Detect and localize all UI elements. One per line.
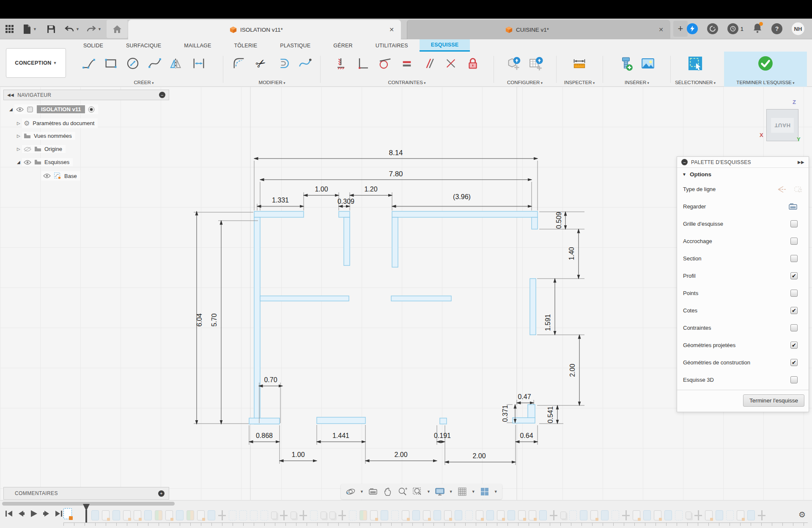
dim-7-80[interactable]: 7.80 (389, 170, 403, 178)
visibility-off-eye-icon[interactable] (24, 147, 31, 152)
timeline-feature-sketch[interactable] (518, 510, 526, 520)
timeline-feature-move[interactable] (218, 510, 226, 520)
dim-0-509[interactable]: 0.509 (555, 212, 562, 229)
timeline-feature-sketch[interactable] (423, 510, 431, 520)
group-label-inserer[interactable]: INSÉRER (606, 80, 668, 85)
timeline-feature-sketch[interactable] (705, 510, 713, 520)
timeline-feature-body[interactable] (664, 510, 672, 520)
timeline-feature-move[interactable] (758, 510, 765, 520)
notifications-button[interactable] (753, 23, 762, 35)
timeline-feature-select[interactable] (612, 510, 619, 520)
visibility-eye-icon[interactable] (43, 173, 51, 178)
timeline-feature-copy[interactable] (291, 512, 296, 519)
timeline-feature-pages[interactable] (155, 510, 162, 520)
configure-table-button[interactable] (526, 54, 546, 73)
dim-2-00-right[interactable]: 2.00 (569, 364, 576, 377)
spline-tool-button[interactable] (145, 54, 165, 73)
lock-constraint-button[interactable] (463, 54, 483, 73)
group-label-creer[interactable]: CRÉER (69, 80, 219, 85)
timeline-feature-body[interactable] (601, 510, 609, 520)
zoom-button[interactable] (397, 486, 408, 497)
viewcube-face-label[interactable]: HAUT (771, 118, 794, 133)
dim-1-00-top[interactable]: 1.00 (315, 186, 328, 193)
tree-item-label[interactable]: Paramètres du document (33, 120, 94, 126)
group-label-inspecter[interactable]: INSPECTER (558, 80, 601, 85)
collapse-palette-icon[interactable]: − (681, 159, 688, 165)
timeline-feature-body[interactable] (508, 510, 515, 520)
finish-sketch-button[interactable] (756, 54, 775, 73)
timeline-feature-move[interactable] (338, 510, 346, 520)
tab-maillage[interactable]: MAILLAGE (173, 39, 222, 52)
dim-3-96[interactable]: (3.96) (453, 193, 471, 200)
group-label-selectionner[interactable]: SÉLECTIONNER (672, 80, 719, 85)
timeline-feature-pages[interactable] (187, 510, 194, 520)
tree-item-label[interactable]: Vues nommées (34, 133, 72, 139)
timeline-feature-sketch[interactable] (476, 510, 483, 520)
step-back-button[interactable] (17, 510, 26, 517)
timeline-feature-sketch[interactable] (633, 510, 640, 520)
expand-comments-icon[interactable]: + (158, 490, 165, 497)
dim-0-541[interactable]: 0.541 (547, 406, 554, 423)
grid-settings-caret[interactable]: ▼ (472, 490, 475, 494)
timeline-feature-select[interactable] (229, 510, 236, 520)
file-menu-button[interactable]: ▼ (23, 22, 37, 36)
dimension-tool-button[interactable] (189, 54, 208, 73)
group-label-terminer[interactable]: TERMINER L'ESQUISSE (724, 80, 807, 85)
dim-1-591[interactable]: 1.591 (544, 314, 551, 331)
snap-checkbox[interactable] (790, 238, 798, 245)
tab-esquisse[interactable]: ESQUISSE (420, 39, 470, 52)
timeline-feature-sketch[interactable] (737, 510, 744, 520)
profil-checkbox[interactable] (790, 272, 798, 279)
display-settings-caret[interactable]: ▼ (449, 490, 453, 494)
circle-tool-button[interactable] (123, 54, 143, 73)
look-at-button[interactable] (368, 486, 379, 497)
timeline-feature-sketch[interactable] (165, 510, 173, 520)
visibility-eye-icon[interactable] (24, 160, 31, 165)
timeline-marker[interactable] (83, 504, 90, 523)
job-status-icon[interactable] (707, 23, 718, 34)
sketch3d-checkbox[interactable] (790, 376, 798, 383)
select-tool-button[interactable] (686, 54, 705, 73)
timeline-feature-select[interactable] (239, 510, 247, 520)
skip-end-button[interactable] (54, 510, 63, 517)
orbit-caret[interactable]: ▼ (360, 490, 364, 494)
cotes-checkbox[interactable] (790, 307, 798, 314)
dim-0-47[interactable]: 0.47 (518, 393, 531, 400)
timeline-feature-body[interactable] (580, 510, 587, 520)
timeline-feature-move[interactable] (622, 510, 630, 520)
collapsed-arrow-icon[interactable]: ▷ (17, 134, 22, 138)
timeline-feature-sketch[interactable] (370, 510, 378, 520)
tree-item-base-sketch[interactable]: Base (41, 171, 80, 181)
points-checkbox[interactable] (790, 290, 798, 297)
tree-item-label[interactable]: Origine (44, 146, 62, 152)
offset-tool-button[interactable] (273, 54, 293, 73)
dim-0-70[interactable]: 0.70 (264, 376, 277, 383)
perpendicular-constraint-button[interactable] (353, 54, 373, 73)
orbit-button[interactable] (345, 486, 356, 497)
group-label-modifier[interactable]: MODIFIER (225, 80, 319, 85)
measure-tool-button[interactable] (570, 54, 589, 73)
dim-2-00-bottom-right[interactable]: 2.00 (472, 452, 486, 460)
construction-line-icon[interactable] (793, 185, 803, 194)
edit-spline-button[interactable] (295, 54, 315, 73)
group-label-contraintes[interactable]: CONTRAINTES (322, 80, 491, 85)
timeline-active-sketch[interactable] (63, 508, 73, 520)
timeline-feature-copy[interactable] (321, 512, 326, 519)
insert-fastener-button[interactable] (616, 54, 636, 73)
timeline-feature-sketch[interactable] (497, 510, 505, 520)
visibility-eye-icon[interactable] (16, 107, 24, 112)
timeline-feature-select[interactable] (261, 510, 268, 520)
workspace-selector[interactable]: CONCEPTION ▼ (6, 48, 66, 78)
tree-item-document-settings[interactable]: ▷ ⚙ Paramètres du document (17, 118, 98, 128)
timeline-feature-select[interactable] (391, 510, 399, 520)
timeline-feature-move[interactable] (280, 510, 288, 520)
timeline-feature-move[interactable] (550, 510, 557, 520)
dim-0-191[interactable]: 0.191 (434, 432, 451, 439)
pan-button[interactable] (382, 486, 393, 497)
mirror-tool-button[interactable] (167, 54, 187, 73)
palette-section-options[interactable]: ▼ Options (677, 168, 809, 181)
collapse-tree-icon[interactable]: − (159, 92, 165, 98)
timeline-feature-copy[interactable] (560, 512, 566, 519)
new-tab-button[interactable]: + (673, 21, 688, 37)
navigator-header[interactable]: ◀◀ NAVIGATEUR − (3, 90, 169, 100)
